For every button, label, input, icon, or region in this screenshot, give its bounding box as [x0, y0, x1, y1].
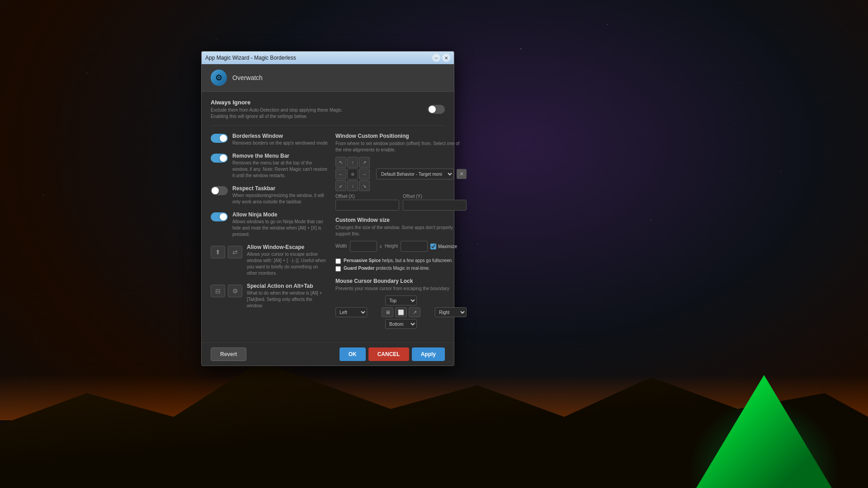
footer-right-buttons: OK CANCEL Apply	[340, 347, 445, 361]
ok-button[interactable]: OK	[340, 347, 366, 361]
boundary-layout: Top Left 🖥 ⬜	[335, 296, 467, 329]
alt-tab-icon-2[interactable]: ⚙	[228, 285, 242, 297]
offset-x-input[interactable]	[335, 200, 399, 211]
always-ignore-text: Always Ignore Exclude them from Auto-Det…	[211, 99, 360, 120]
minimize-button[interactable]: ─	[432, 54, 440, 62]
boundary-right-select[interactable]: Right	[435, 307, 467, 317]
escape-icon-2[interactable]: ⇄	[228, 246, 242, 258]
ninja-mode-desc: Allows windows to go on Ninja Mode that …	[232, 219, 328, 238]
positioning-dropdown[interactable]: Default Behavior - Target moni	[376, 169, 454, 179]
offset-y-input[interactable]	[403, 200, 467, 211]
alt-tab-item: ⊟ ⚙ Special Action on Alt+Tab What to do…	[211, 283, 328, 309]
remove-menu-bar-text: Remove the Menu Bar Removes the menu bar…	[232, 153, 328, 179]
respect-taskbar-text: Respect Taskbar When repositioning/resiz…	[232, 185, 328, 205]
boundary-top-row: Top	[335, 296, 467, 305]
always-ignore-toggle[interactable]	[428, 105, 445, 114]
app-icon-symbol: ⚙	[215, 73, 222, 83]
alt-tab-text: Special Action on Alt+Tab What to do whe…	[247, 283, 328, 309]
width-input[interactable]	[350, 241, 377, 252]
boundary-icon-monitor[interactable]: 🖥	[382, 307, 393, 317]
respect-taskbar-thumb	[212, 187, 219, 194]
persuasive-spice-item: Persuasive Spice helps, but a few apps g…	[335, 258, 467, 264]
pos-btn-top-right[interactable]	[359, 157, 370, 168]
ninja-mode-toggle[interactable]	[211, 212, 228, 221]
window-escape-item: ⬆ ⇄ Allow Window-Escape Allows your curs…	[211, 244, 328, 277]
remove-menu-bar-desc: Removes the menu bar at the top of the w…	[232, 160, 328, 179]
boundary-left-select[interactable]: Left	[335, 307, 367, 317]
alt-tab-desc: What to do when the window is [Alt] + [T…	[247, 290, 328, 309]
app-window: App Magic Wizard - Magic Borderless ─ ✕ …	[201, 51, 454, 366]
offset-row: Offset (X) Offset (Y)	[335, 194, 467, 211]
escape-icon-1[interactable]: ⬆	[211, 246, 225, 258]
custom-window-size-section: Custom Window size Changes the size of t…	[335, 217, 467, 252]
remove-menu-bar-toggle[interactable]	[211, 154, 228, 163]
pos-btn-bottom-left[interactable]	[335, 180, 346, 191]
cancel-button[interactable]: CANCEL	[368, 347, 409, 361]
position-grid	[335, 157, 370, 191]
settings-columns: Borderless Window Removes borders on the…	[211, 133, 445, 335]
boundary-bottom-select[interactable]: Bottom	[385, 319, 417, 329]
persuasive-spice-desc: helps, but a few apps go fullscreen.	[382, 258, 453, 263]
pos-btn-bottom-center[interactable]	[347, 180, 358, 191]
apply-button[interactable]: Apply	[412, 347, 445, 361]
borderless-window-text: Borderless Window Removes borders on the…	[232, 133, 328, 146]
close-button[interactable]: ✕	[442, 54, 450, 62]
borderless-window-desc: Removes borders on the app's windowed mo…	[232, 140, 328, 146]
remove-menu-bar-item: Remove the Menu Bar Removes the menu bar…	[211, 153, 328, 179]
positioning-title: Window Custom Positioning	[335, 133, 467, 139]
persuasive-spice-label: Persuasive Spice	[344, 258, 381, 263]
width-label: Width	[335, 244, 347, 249]
guard-powder-checkbox[interactable]	[335, 266, 341, 272]
offset-y-label: Offset (Y)	[403, 194, 467, 199]
positioning-desc: From where to set window position (offse…	[335, 141, 467, 153]
maximize-checkbox[interactable]	[430, 244, 436, 249]
app-icon: ⚙	[211, 70, 227, 86]
pos-btn-middle-right[interactable]	[359, 169, 370, 179]
window-escape-label: Allow Window-Escape	[247, 244, 328, 250]
boundary-icon-window[interactable]: ⬜	[395, 307, 407, 317]
app-header: ⚙ Overwatch	[202, 64, 454, 92]
respect-taskbar-desc: When repositioning/resizing the window, …	[232, 192, 328, 205]
offset-x-label: Offset (X)	[335, 194, 399, 199]
borderless-window-toggle[interactable]	[211, 134, 228, 143]
persuasive-spice-text: Persuasive Spice helps, but a few apps g…	[344, 258, 453, 263]
footer: Revert OK CANCEL Apply	[202, 343, 454, 366]
respect-taskbar-toggle[interactable]	[211, 186, 228, 195]
app-name: Overwatch	[232, 74, 263, 81]
height-input[interactable]	[401, 241, 428, 252]
pos-btn-top-left[interactable]	[335, 157, 346, 168]
height-label: Height	[385, 244, 398, 249]
persuasive-spice-checkbox[interactable]	[335, 258, 341, 264]
pos-btn-top-center[interactable]	[347, 157, 358, 168]
clear-positioning-button[interactable]: ✕	[457, 169, 467, 179]
guard-powder-text: Guard Powder protects Magic in real-time…	[344, 266, 430, 271]
maximize-checkbox-label[interactable]: Maximize	[430, 244, 457, 249]
guard-powder-item: Guard Powder protects Magic in real-time…	[335, 266, 467, 272]
pos-btn-bottom-right[interactable]	[359, 180, 370, 191]
boundary-icons: 🖥 ⬜ ↗	[382, 307, 420, 317]
ninja-mode-text: Allow Ninja Mode Allows windows to go on…	[232, 211, 328, 238]
boundary-icon-pointer[interactable]: ↗	[409, 307, 420, 317]
always-ignore-track	[428, 105, 445, 114]
borderless-window-label: Borderless Window	[232, 133, 328, 139]
window-escape-icons: ⬆ ⇄	[211, 246, 242, 258]
mouse-cursor-section: Mouse Cursor Boundary Lock Prevents your…	[335, 278, 467, 329]
revert-button[interactable]: Revert	[211, 347, 246, 361]
pos-btn-center[interactable]	[347, 169, 358, 179]
custom-size-desc: Changes the size of the window. Some app…	[335, 225, 467, 237]
alt-tab-label: Special Action on Alt+Tab	[247, 283, 328, 289]
boundary-bottom-row: Bottom	[335, 319, 467, 329]
alt-tab-icons: ⊟ ⚙	[211, 285, 242, 297]
boundary-top-select[interactable]: Top	[385, 296, 417, 305]
always-ignore-thumb	[429, 106, 436, 113]
borderless-track	[211, 134, 228, 143]
remove-menu-bar-label: Remove the Menu Bar	[232, 153, 328, 159]
resize-handle[interactable]: ⋱	[448, 359, 454, 366]
ninja-mode-item: Allow Ninja Mode Allows windows to go on…	[211, 211, 328, 238]
offset-x-group: Offset (X)	[335, 194, 399, 211]
position-dropdown-row: Default Behavior - Target moni ✕	[335, 157, 467, 191]
window-title: App Magic Wizard - Magic Borderless	[205, 55, 296, 61]
alt-tab-icon-1[interactable]: ⊟	[211, 285, 225, 297]
pos-btn-middle-left[interactable]	[335, 169, 346, 179]
respect-taskbar-track	[211, 186, 228, 195]
